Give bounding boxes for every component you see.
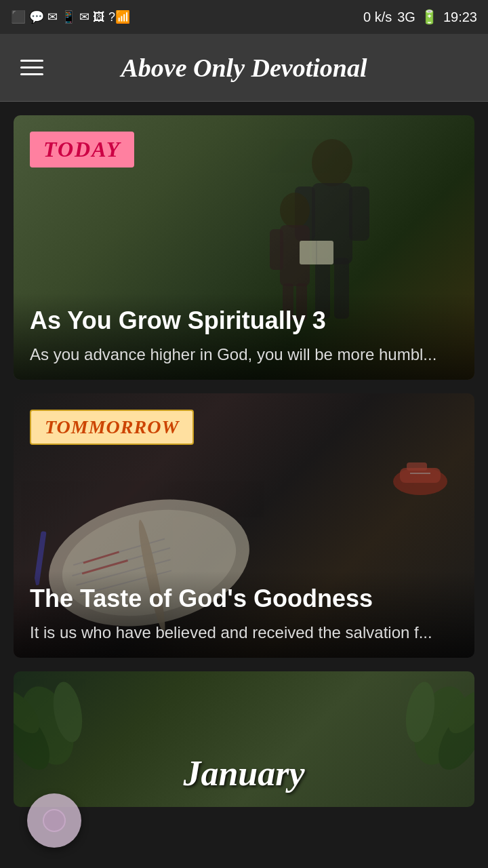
leaves-decoration-left: [14, 671, 142, 807]
status-bar: ⬛ 💬 ✉ 📱 ✉ 🖼 ?📶 0 k/s 3G 🔋 19:23: [0, 0, 488, 34]
menu-line-2: [20, 66, 43, 68]
tomorrow-card-text-overlay: The Taste of God's Goodness It is us who…: [14, 571, 474, 658]
tomorrow-card-excerpt: It is us who have believed and received …: [30, 621, 458, 644]
time-display: 19:23: [443, 9, 477, 25]
notification-icons: ⬛ 💬 ✉ 📱 ✉ 🖼 ?📶: [11, 9, 130, 24]
tomorrow-badge: TOMMORROW: [30, 410, 194, 445]
tomorrow-badge-text: TOMMORROW: [45, 416, 179, 437]
hamburger-menu-button[interactable]: [20, 60, 43, 75]
sneakers-decoration: [386, 448, 454, 502]
tomorrow-card-image: TOMMORROW The Taste of God's Goodness It…: [14, 393, 474, 658]
today-devotional-card[interactable]: TODAY As You Grow Spiritually 3 As you a…: [14, 115, 474, 380]
svg-rect-3: [349, 186, 369, 241]
network-type: 3G: [397, 9, 415, 25]
tomorrow-devotional-card[interactable]: TOMMORROW The Taste of God's Goodness It…: [14, 393, 474, 658]
menu-line-3: [20, 73, 43, 75]
svg-point-0: [312, 139, 352, 186]
svg-point-6: [280, 193, 310, 228]
today-card-image: TODAY As You Grow Spiritually 3 As you a…: [14, 115, 474, 380]
today-badge-text: TODAY: [43, 137, 121, 161]
menu-line-1: [20, 60, 43, 62]
svg-rect-25: [407, 462, 427, 471]
today-badge: TODAY: [30, 132, 134, 167]
main-content: TODAY As You Grow Spiritually 3 As you a…: [0, 115, 488, 807]
svg-rect-8: [270, 229, 283, 270]
status-right-info: 0 k/s 3G 🔋 19:23: [363, 9, 477, 25]
today-card-text-overlay: As You Grow Spiritually 3 As you advance…: [14, 293, 474, 380]
today-card-title: As You Grow Spiritually 3: [30, 307, 458, 335]
status-left-icons: ⬛ 💬 ✉ 📱 ✉ 🖼 ?📶: [11, 9, 130, 24]
floating-action-button[interactable]: [27, 793, 81, 848]
january-section-card[interactable]: January: [14, 671, 474, 807]
leaves-decoration-right: [346, 671, 474, 807]
svg-point-35: [43, 810, 65, 831]
toolbar: Above Only Devotional: [0, 34, 488, 102]
today-card-excerpt: As you advance higher in God, you will b…: [30, 343, 458, 366]
tomorrow-card-title: The Taste of God's Goodness: [30, 585, 458, 613]
app-title: Above Only Devotional: [121, 53, 367, 83]
fab-icon: [41, 807, 68, 834]
data-speed: 0 k/s: [363, 9, 392, 25]
battery-icon: 🔋: [421, 9, 438, 25]
